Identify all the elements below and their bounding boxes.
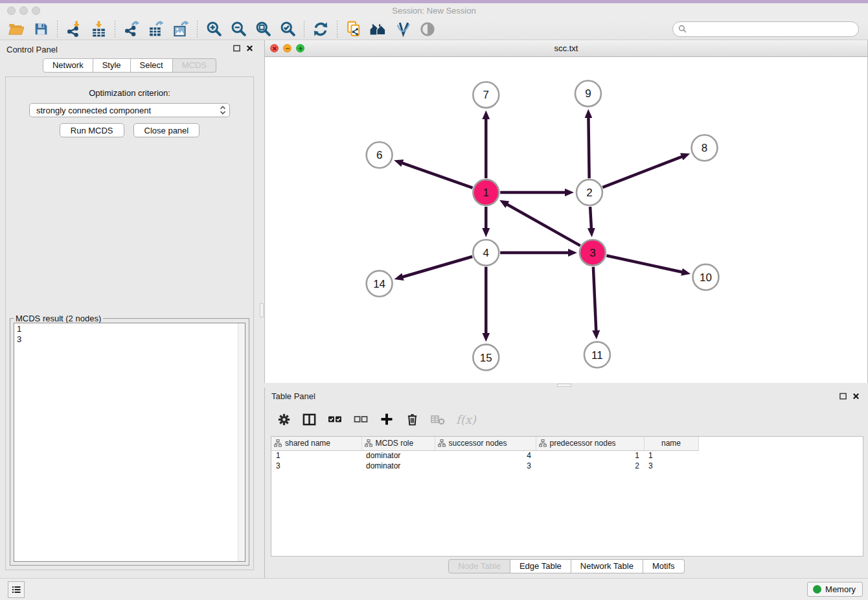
zoom-out-button[interactable] [226,19,251,39]
import-table-button[interactable] [86,19,111,39]
node-label: 8 [702,142,707,154]
close-network-icon[interactable] [270,44,279,52]
zoom-network-icon[interactable] [296,44,304,52]
table-cell[interactable]: dominator [361,461,435,471]
table-cell[interactable]: 2 [536,461,644,471]
graph-node-2[interactable]: 2 [577,179,602,205]
export-network-icon [123,20,141,38]
graph-edge-2-8[interactable] [602,157,682,188]
table-cell[interactable]: dominator [361,450,435,461]
minimize-network-icon[interactable] [283,44,291,52]
graph-node-1[interactable]: 1 [473,179,499,205]
export-table-button[interactable] [144,19,168,39]
graph-edges [402,117,682,333]
table-cell[interactable]: 1 [644,450,698,461]
delete-rows-icon[interactable] [405,412,420,427]
graph-node-10[interactable]: 10 [693,264,719,290]
table-cell[interactable]: 1 [536,450,644,461]
attribute-type-icon [365,439,372,447]
graph-edge-2-9[interactable] [588,117,589,178]
search-input[interactable] [672,21,859,37]
graph-edge-2-3[interactable] [590,207,591,229]
tab-motifs[interactable]: Motifs [643,559,685,573]
task-history-button[interactable] [8,581,25,598]
open-file-button[interactable] [4,19,29,39]
memory-button[interactable]: Memory [807,582,863,597]
vertical-splitter[interactable] [259,40,264,578]
vizmapper-button[interactable] [391,19,415,39]
tab-style[interactable]: Style [93,58,131,73]
graph-node-7[interactable]: 7 [473,82,499,108]
zoom-fit-button[interactable] [251,19,275,39]
table-cell[interactable]: 4 [435,450,536,461]
graph-node-15[interactable]: 15 [473,345,499,371]
zoom-in-button[interactable] [201,19,226,39]
graph-edge-4-14[interactable] [402,257,472,277]
eye-icon [419,21,436,38]
eye-button[interactable] [415,19,440,39]
node-label: 10 [700,271,712,284]
graph-edge-3-10[interactable] [606,256,682,272]
add-column-icon[interactable] [379,411,394,427]
refresh-button[interactable] [308,19,333,39]
deselect-rows-icon[interactable] [353,411,369,427]
export-image-button[interactable] [168,19,193,39]
table-row[interactable]: 1dominator411 [271,450,707,461]
maximize-window-icon[interactable] [32,6,40,15]
graph-node-6[interactable]: 6 [367,142,393,168]
mcds-result-list[interactable]: 13 [14,323,246,562]
select-all-rows-icon[interactable] [327,411,343,427]
tab-node-table[interactable]: Node Table [448,559,510,573]
import-network-button[interactable] [62,19,86,39]
column-header[interactable]: shared name [271,437,361,450]
table-cell[interactable]: 3 [435,461,536,471]
node-table[interactable]: shared nameMCDS rolesuccessor nodesprede… [271,436,863,557]
table-cell[interactable]: 3 [644,461,698,471]
search-field[interactable] [690,25,853,34]
float-panel-icon[interactable] [233,44,241,52]
column-header[interactable]: MCDS role [361,437,435,450]
minimize-window-icon[interactable] [19,6,28,15]
result-scrollbar[interactable] [238,323,245,561]
float-panel-icon[interactable] [839,392,847,400]
column-header[interactable]: predecessor nodes [536,437,644,450]
splitter-handle[interactable] [260,303,264,317]
open-file-icon [8,21,25,38]
clone-network-button[interactable] [341,19,366,39]
tab-select[interactable]: Select [131,58,173,73]
graph-node-14[interactable]: 14 [367,271,393,297]
node-label: 3 [589,247,595,259]
tab-mcds[interactable]: MCDS [173,58,216,73]
attribute-type-icon [438,439,446,447]
close-panel-icon[interactable] [852,392,860,400]
table-cell[interactable]: 3 [271,461,361,471]
zoom-out-icon [230,20,247,38]
network-canvas[interactable]: 7968124314101511 [265,57,867,383]
zoom-selected-button[interactable] [275,19,300,39]
table-row[interactable]: 3dominator323 [271,461,707,471]
table-columns-icon[interactable] [302,412,317,427]
graph-edge-1-6[interactable] [402,163,472,187]
export-network-button[interactable] [119,19,144,39]
graph-edge-3-1[interactable] [507,204,580,246]
tab-network-table[interactable]: Network Table [571,559,643,573]
column-header[interactable]: name [644,437,698,450]
close-window-icon[interactable] [7,6,16,15]
criterion-select[interactable]: strongly connected component [29,103,230,117]
close-panel-button[interactable]: Close panel [133,123,200,137]
gear-icon[interactable] [277,412,291,427]
graph-node-4[interactable]: 4 [473,240,499,266]
graph-edge-3-11[interactable] [593,267,596,331]
column-header[interactable]: successor nodes [435,437,536,450]
close-panel-icon[interactable] [246,44,254,52]
home-button[interactable] [366,19,391,39]
graph-node-8[interactable]: 8 [692,135,718,161]
graph-node-3[interactable]: 3 [580,240,606,266]
graph-node-9[interactable]: 9 [575,80,601,106]
run-mcds-button[interactable]: Run MCDS [60,123,124,137]
tab-edge-table[interactable]: Edge Table [510,559,571,573]
tab-network[interactable]: Network [43,58,93,73]
table-cell[interactable]: 1 [271,450,361,461]
graph-node-11[interactable]: 11 [584,342,610,368]
save-session-button[interactable] [29,19,53,39]
